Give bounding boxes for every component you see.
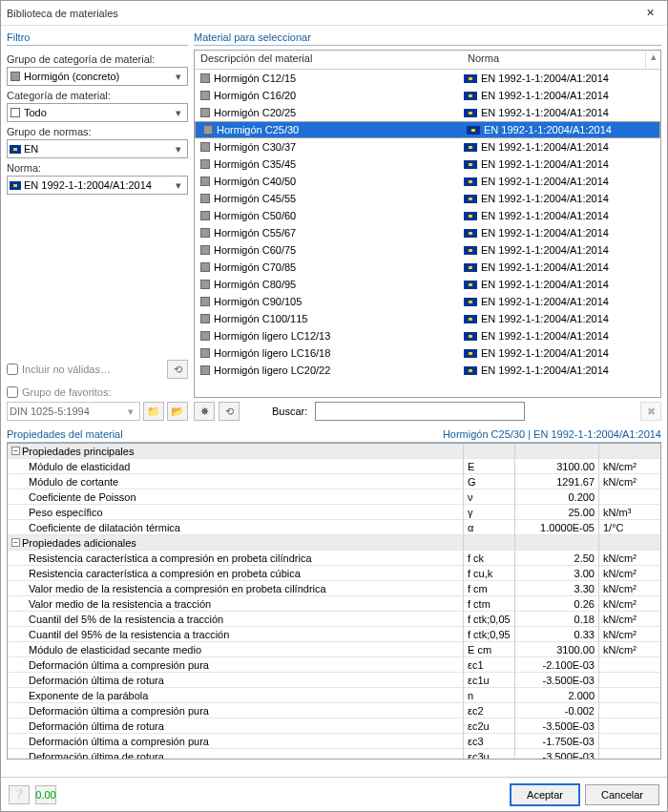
eu-flag-icon <box>464 332 477 341</box>
eu-flag-icon <box>10 179 21 191</box>
collapse-icon[interactable]: − <box>11 538 20 547</box>
props-section: Propiedades del material Hormigón C25/30… <box>7 427 661 443</box>
delete-button[interactable]: ✖ <box>640 402 661 421</box>
concrete-icon <box>200 142 210 152</box>
help-button[interactable]: ❔ <box>9 785 30 804</box>
prop-symbol: α <box>464 520 515 535</box>
ok-button[interactable]: Aceptar <box>511 784 579 805</box>
prop-row: Resistencia característica a compresión … <box>8 566 660 581</box>
footer: ❔ 0.00 Aceptar Cancelar <box>1 777 667 811</box>
material-desc: Hormigón C35/45 <box>214 158 296 170</box>
material-norm: EN 1992-1-1:2004/A1:2014 <box>481 176 609 187</box>
include-invalid-checkbox[interactable] <box>7 364 18 375</box>
grp-cat-select[interactable]: Hormigón (concreto) ▾ <box>7 67 188 86</box>
material-row[interactable]: Hormigón C30/37EN 1992-1-1:2004/A1:2014 <box>195 138 660 156</box>
material-norm: EN 1992-1-1:2004/A1:2014 <box>481 261 609 273</box>
eu-flag-icon <box>464 315 477 323</box>
material-row[interactable]: Hormigón C35/45EN 1992-1-1:2004/A1:2014 <box>195 156 660 173</box>
prop-row: Resistencia característica a compresión … <box>8 551 660 566</box>
prop-row: Coeficiente de dilatación térmicaα1.0000… <box>8 520 660 535</box>
new-material-button[interactable]: ✸ <box>194 402 215 421</box>
col-desc[interactable]: Descripción del material <box>195 51 462 69</box>
prop-row: Deformación última de roturaεc2u-3.500E-… <box>8 718 660 734</box>
include-invalid-label: Incluir no válidas… <box>22 364 111 375</box>
prop-group-header[interactable]: −Propiedades adicionales <box>8 535 660 551</box>
close-button[interactable]: ✕ <box>638 4 661 23</box>
material-row[interactable]: Hormigón C12/15EN 1992-1-1:2004/A1:2014 <box>195 70 660 87</box>
filter-section-title: Filtro <box>7 30 188 46</box>
prop-label: Exponente de la parábola <box>8 688 464 703</box>
prop-value: 0.33 <box>515 627 599 642</box>
concrete-icon <box>200 348 210 358</box>
concrete-icon <box>200 280 210 289</box>
prop-row: Módulo de elasticidadE3100.00kN/cm² <box>8 459 660 474</box>
prop-group-header[interactable]: −Propiedades principales <box>8 444 660 459</box>
chevron-down-icon: ▾ <box>172 107 185 119</box>
material-row[interactable]: Hormigón C25/30EN 1992-1-1:2004/A1:2014 <box>195 121 660 138</box>
materials-body[interactable]: Hormigón C12/15EN 1992-1-1:2004/A1:2014H… <box>195 70 660 398</box>
prop-row: Cuantil del 5% de la resistencia a tracc… <box>8 612 660 627</box>
prop-symbol: f ctm <box>464 596 515 612</box>
prop-row: Coeficiente de Poissonν0.200 <box>8 489 660 505</box>
prop-unit <box>599 657 660 673</box>
grp-norm-select[interactable]: EN ▾ <box>7 139 188 158</box>
prop-label: Módulo de elasticidad <box>8 459 464 474</box>
prop-label: Resistencia característica a compresión … <box>8 566 464 581</box>
prop-unit <box>599 489 660 505</box>
material-row[interactable]: Hormigón C60/75EN 1992-1-1:2004/A1:2014 <box>195 241 660 259</box>
concrete-icon <box>200 211 210 220</box>
cat-label: Categoría de material: <box>7 90 188 101</box>
copy-material-button[interactable]: ⟲ <box>219 402 240 421</box>
material-row[interactable]: Hormigón ligero LC12/13EN 1992-1-1:2004/… <box>195 327 660 344</box>
material-norm: EN 1992-1-1:2004/A1:2014 <box>481 210 609 221</box>
material-row[interactable]: Hormigón ligero LC16/18EN 1992-1-1:2004/… <box>195 344 660 362</box>
eu-flag-icon <box>464 160 477 169</box>
norm-select[interactable]: EN 1992-1-1:2004/A1:2014 ▾ <box>7 176 188 195</box>
fav-select[interactable]: DIN 1025-5:1994 ▾ <box>7 402 140 421</box>
prop-unit: kN/cm² <box>599 551 660 566</box>
scroll-up-icon[interactable]: ▴ <box>645 51 660 69</box>
fav-add-button[interactable]: 📁 <box>143 402 164 421</box>
fav-remove-button[interactable]: 📂 <box>167 402 188 421</box>
search-input[interactable] <box>315 402 525 421</box>
prop-row: Deformación última de roturaεc3u-3.500E-… <box>8 749 660 760</box>
prop-unit <box>599 673 660 688</box>
fav-group-checkbox[interactable] <box>7 386 18 398</box>
material-row[interactable]: Hormigón C45/55EN 1992-1-1:2004/A1:2014 <box>195 190 660 207</box>
prop-unit <box>599 734 660 749</box>
all-icon <box>10 107 21 118</box>
filter-clear-button[interactable]: ⟲ <box>167 360 188 379</box>
prop-value: 2.000 <box>515 688 599 703</box>
prop-label: Deformación última a compresión pura <box>8 657 464 673</box>
prop-row: Módulo de elasticidad secante medioE cm3… <box>8 642 660 657</box>
material-row[interactable]: Hormigón C55/67EN 1992-1-1:2004/A1:2014 <box>195 224 660 241</box>
col-norm[interactable]: Norma <box>462 51 645 69</box>
cat-select[interactable]: Todo ▾ <box>7 103 188 122</box>
material-row[interactable]: Hormigón ligero LC20/22EN 1992-1-1:2004/… <box>195 362 660 379</box>
prop-label: Deformación última de rotura <box>8 718 464 734</box>
material-row[interactable]: Hormigón C20/25EN 1992-1-1:2004/A1:2014 <box>195 104 660 121</box>
material-norm: EN 1992-1-1:2004/A1:2014 <box>481 227 609 239</box>
material-row[interactable]: Hormigón C40/50EN 1992-1-1:2004/A1:2014 <box>195 173 660 190</box>
collapse-icon[interactable]: − <box>11 447 20 455</box>
concrete-icon <box>200 331 210 341</box>
prop-value: 0.26 <box>515 596 599 612</box>
eu-flag-icon <box>464 92 477 100</box>
search-label: Buscar: <box>272 406 307 417</box>
norm-label: Norma: <box>7 162 188 174</box>
material-row[interactable]: Hormigón C80/95EN 1992-1-1:2004/A1:2014 <box>195 276 660 293</box>
prop-row: Exponente de la parábolan2.000 <box>8 688 660 703</box>
units-button[interactable]: 0.00 <box>35 785 56 804</box>
prop-unit <box>599 688 660 703</box>
material-row[interactable]: Hormigón C16/20EN 1992-1-1:2004/A1:2014 <box>195 87 660 104</box>
eu-flag-icon <box>467 126 480 135</box>
material-row[interactable]: Hormigón C100/115EN 1992-1-1:2004/A1:201… <box>195 310 660 327</box>
eu-flag-icon <box>10 143 21 155</box>
cancel-button[interactable]: Cancelar <box>585 784 659 805</box>
prop-row: Valor medio de la resistencia a tracción… <box>8 596 660 612</box>
prop-row: Módulo de cortanteG1291.67kN/cm² <box>8 474 660 489</box>
material-row[interactable]: Hormigón C90/105EN 1992-1-1:2004/A1:2014 <box>195 293 660 310</box>
material-row[interactable]: Hormigón C50/60EN 1992-1-1:2004/A1:2014 <box>195 207 660 224</box>
eu-flag-icon <box>464 229 477 238</box>
material-row[interactable]: Hormigón C70/85EN 1992-1-1:2004/A1:2014 <box>195 259 660 276</box>
